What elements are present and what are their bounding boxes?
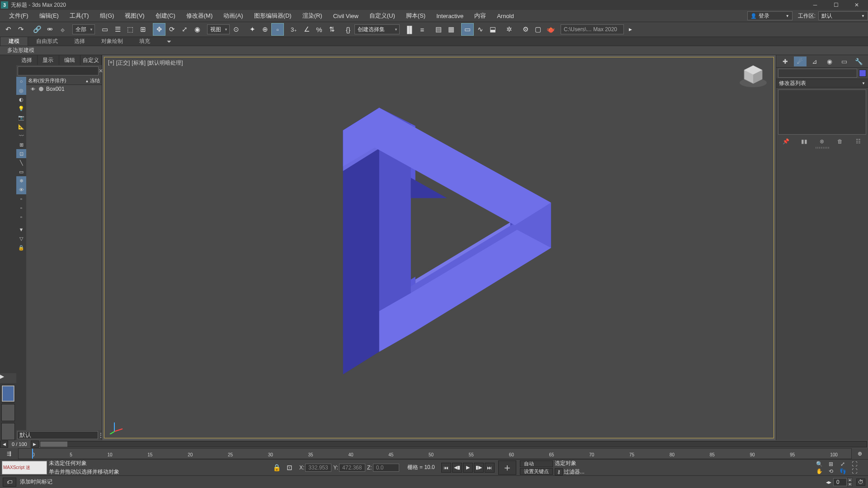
ribbon-tab-populate[interactable]: 填充: [131, 37, 158, 46]
menu-views[interactable]: 视图(V): [119, 10, 150, 22]
scene-col-name[interactable]: 名称(按升序排序): [28, 77, 66, 84]
cmd-tab-display[interactable]: ▭: [838, 56, 850, 66]
object-color-swatch[interactable]: [859, 70, 866, 77]
show-end-result-icon[interactable]: ▮▮: [799, 137, 809, 145]
set-key-big-button[interactable]: ＋: [498, 460, 516, 475]
zoom-extents-all-icon[interactable]: ⛶: [849, 461, 860, 467]
layer-explorer-button[interactable]: ▦: [445, 23, 458, 36]
menu-scripting[interactable]: 脚本(S): [401, 10, 431, 22]
time-slider-handle[interactable]: [40, 441, 67, 447]
next-frame-button[interactable]: ▮▶: [474, 463, 484, 473]
layer-input[interactable]: [17, 431, 98, 439]
ribbon-tab-selection[interactable]: 选择: [66, 37, 93, 46]
filter-spacewarps-icon[interactable]: 〰: [16, 131, 26, 140]
filter-list-2-icon[interactable]: ▫: [16, 203, 26, 212]
time-slider-right[interactable]: ▶: [31, 441, 39, 448]
timeline-ruler[interactable]: 0510152025303540455055606570758085909510…: [18, 448, 852, 459]
isolate-toggle-icon[interactable]: 🔒: [270, 461, 283, 474]
scene-col-freeze[interactable]: 冻结: [90, 78, 100, 83]
cmd-tab-create[interactable]: ✚: [779, 56, 792, 66]
time-tag-icon[interactable]: 🏷: [3, 478, 16, 487]
rotate-button[interactable]: ⟳: [165, 23, 178, 36]
scene-item-box001[interactable]: 👁 Box001: [26, 85, 102, 93]
render-frame-button[interactable]: ▢: [532, 23, 544, 36]
selection-filter-dropdown[interactable]: 全部: [72, 24, 95, 34]
add-time-tag[interactable]: 添加时间标记: [20, 478, 52, 486]
edit-named-sel-button[interactable]: {}: [342, 23, 354, 36]
select-region-button[interactable]: ⬚: [124, 23, 137, 36]
placement-button[interactable]: ◉: [191, 23, 203, 36]
material-editor-button[interactable]: ✲: [503, 23, 515, 36]
workspace-dropdown[interactable]: 默认 ▼: [818, 11, 868, 20]
make-unique-icon[interactable]: ⊗: [817, 137, 827, 145]
maxscript-listener[interactable]: MAXScript 迷: [2, 461, 47, 474]
modifier-list-header[interactable]: 修改器列表 ▼: [776, 79, 868, 88]
filter-list-1-icon[interactable]: ▫: [16, 194, 26, 203]
time-slider-left[interactable]: ◀: [0, 441, 8, 448]
filter-frozen-icon[interactable]: ❄: [16, 176, 26, 185]
spinner-snap-button[interactable]: ⇅: [326, 23, 338, 36]
viewport-label[interactable]: [+] [正交] [标准] [默认明暗处理]: [108, 59, 183, 67]
filter-groups-icon[interactable]: ⊞: [16, 140, 26, 149]
select-by-name-button[interactable]: ☰: [111, 23, 124, 36]
expand-strip-button[interactable]: ▶: [0, 373, 16, 383]
cmd-tab-modify[interactable]: ☄: [794, 56, 807, 66]
ribbon-tab-objectpaint[interactable]: 对象绘制: [93, 37, 131, 46]
box001-object[interactable]: [334, 99, 578, 375]
scene-tab-select[interactable]: 选择: [16, 55, 38, 65]
redo-button[interactable]: ↷: [14, 23, 27, 36]
coord-x-field[interactable]: 332.953: [305, 464, 331, 472]
snap-toggle-button[interactable]: ▫: [271, 23, 284, 36]
keyboard-shortcut-button[interactable]: ⊕: [259, 23, 271, 36]
menu-civilview[interactable]: Civil View: [328, 10, 364, 22]
filter-list-3-icon[interactable]: ▫: [16, 212, 26, 221]
filter-geometry-icon[interactable]: ◎: [16, 86, 26, 95]
walk-icon[interactable]: 👣: [837, 468, 848, 474]
path-arrow[interactable]: ▶: [624, 23, 637, 36]
unlink-button[interactable]: ⚮: [43, 23, 56, 36]
play-button[interactable]: ▶: [463, 463, 473, 473]
filter-lock-icon[interactable]: 🔒: [16, 243, 26, 252]
scene-search-input[interactable]: [18, 66, 99, 75]
menu-graph-editors[interactable]: 图形编辑器(D): [249, 10, 297, 22]
bind-button[interactable]: ⟐: [56, 23, 69, 36]
filter-dropdown[interactable]: 过滤器...: [564, 468, 591, 475]
maximize-viewport-icon[interactable]: ⛶: [849, 468, 860, 474]
viewport-swatch-3[interactable]: [1, 423, 15, 440]
panel-grip[interactable]: [816, 147, 829, 149]
snap-3-button[interactable]: 3₊: [288, 23, 300, 36]
scale-button[interactable]: ⤢: [178, 23, 191, 36]
schematic-view-button[interactable]: ⬓: [486, 23, 499, 36]
filter-helpers-icon[interactable]: 📐: [16, 122, 26, 131]
window-crossing-button[interactable]: ⊞: [137, 23, 149, 36]
menu-rendering[interactable]: 渲染(R): [297, 10, 328, 22]
time-config-icon[interactable]: ⏱: [856, 479, 865, 486]
menu-arnold[interactable]: Arnold: [491, 10, 519, 22]
menu-tools[interactable]: 工具(T): [64, 10, 94, 22]
render-production-button[interactable]: 🫖: [544, 23, 557, 36]
cmd-tab-motion[interactable]: ◉: [823, 56, 836, 66]
pan-icon[interactable]: ✋: [814, 468, 825, 474]
named-selection-dropdown[interactable]: 创建选择集: [354, 24, 400, 34]
zoom-extents-icon[interactable]: ⤢: [837, 461, 848, 467]
current-frame-spinner[interactable]: ◂▸ 0 ▲▼: [826, 478, 853, 487]
menu-modifiers[interactable]: 修改器(M): [181, 10, 218, 22]
ruler-config-icon[interactable]: ⇶: [0, 448, 18, 459]
goto-end-button[interactable]: ⏭: [485, 463, 495, 473]
ribbon-tab-freeform[interactable]: 自由形式: [28, 37, 66, 46]
cmd-tab-utilities[interactable]: 🔧: [853, 56, 865, 66]
scene-tab-display[interactable]: 显示: [38, 55, 59, 65]
visibility-icon[interactable]: 👁: [31, 87, 37, 92]
cmd-tab-hierarchy[interactable]: ⊿: [808, 56, 821, 66]
filter-hidden-icon[interactable]: 👁: [16, 185, 26, 194]
curve-editor-button[interactable]: ∿: [474, 23, 486, 36]
viewport[interactable]: [+] [正交] [标准] [默认明暗处理]: [104, 57, 774, 438]
menu-edit[interactable]: 编辑(E): [34, 10, 64, 22]
move-button[interactable]: ✥: [153, 23, 165, 36]
align-button[interactable]: ≡: [416, 23, 429, 36]
coord-z-field[interactable]: 0.0: [373, 464, 399, 472]
minimize-button[interactable]: ─: [805, 0, 826, 10]
percent-snap-button[interactable]: %: [313, 23, 326, 36]
setkey-button[interactable]: 设置关键点: [520, 468, 553, 475]
selection-lock-icon[interactable]: ⊡: [283, 461, 296, 474]
